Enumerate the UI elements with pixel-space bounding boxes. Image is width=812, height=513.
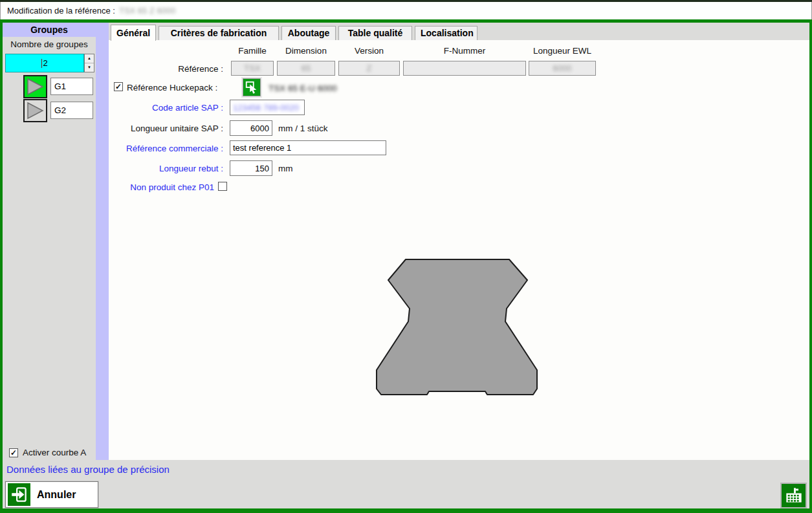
reference-dimension-field: 65: [277, 61, 335, 76]
tab-general[interactable]: Général: [111, 25, 156, 41]
groups-sidebar: Groupes Nombre de groupes 2 ▲ ▼ G1 G2: [3, 23, 96, 460]
non-produit-label: Non produit chez P01: [109, 182, 214, 192]
code-sap-field[interactable]: 123456 789-0020: [230, 100, 305, 115]
longueur-unitaire-field[interactable]: 6000: [230, 120, 272, 136]
group-count-value: 2: [43, 58, 47, 68]
header-dimension: Dimension: [277, 46, 335, 56]
header-version: Version: [338, 46, 400, 56]
footer-bar: Données liées au groupe de précision Ann…: [3, 460, 809, 508]
tab-table-qualite[interactable]: Table qualité: [338, 26, 412, 40]
title-bar: Modification de la référence : TSX 65 Z …: [0, 2, 812, 19]
activer-courbe-label: Activer courbe A: [23, 448, 86, 457]
huckepack-label: Référence Huckepack :: [127, 83, 224, 93]
header-longueur-ewl: Longueur EWL: [529, 46, 596, 56]
group-count-input[interactable]: 2: [5, 54, 84, 72]
tab-localisation[interactable]: Localisation: [415, 26, 477, 40]
group-count-spinner: ▲ ▼: [84, 54, 94, 72]
activer-courbe-checkbox[interactable]: ✓: [9, 448, 18, 457]
huckepack-value-redacted: TSX 65 E-U 6000: [269, 83, 398, 93]
longueur-rebut-label: Longueur rebut :: [109, 164, 223, 173]
group-g2-select-button[interactable]: [23, 99, 47, 122]
spinner-down-button[interactable]: ▼: [85, 63, 94, 72]
header-famille: Famille: [231, 46, 274, 56]
tab-criteres[interactable]: Critères de fabrication: [159, 26, 279, 40]
reference-fnummer-field: [403, 61, 526, 76]
factory-button[interactable]: [780, 483, 807, 508]
modification-reference-window: Modification de la référence : TSX 65 Z …: [0, 0, 812, 513]
cancel-button[interactable]: Annuler: [5, 481, 98, 508]
reference-version-field: Z: [338, 61, 400, 76]
non-produit-checkbox[interactable]: [218, 182, 227, 191]
group-g1-name-field[interactable]: G1: [50, 78, 93, 95]
play-arrow-icon: [26, 78, 45, 96]
code-sap-label: Code article SAP :: [109, 103, 223, 113]
window-title: Modification de la référence :: [7, 6, 115, 16]
longueur-rebut-unit: mm: [278, 164, 293, 173]
reference-commerciale-field[interactable]: test reference 1: [230, 140, 386, 155]
group-g2-name-field[interactable]: G2: [50, 102, 93, 119]
longueur-unitaire-label: Longueur unitaire SAP :: [109, 124, 223, 133]
tab-aboutage[interactable]: Aboutage: [281, 26, 336, 40]
exit-icon: [8, 483, 30, 506]
rail-profile-cross-section: [375, 256, 538, 399]
reference-famille-field: TSX: [231, 61, 274, 76]
huckepack-select-button[interactable]: [243, 78, 261, 96]
spinner-up-button[interactable]: ▲: [85, 54, 94, 63]
cancel-button-label: Annuler: [37, 489, 76, 501]
groups-header: Groupes: [3, 23, 96, 37]
longueur-unitaire-unit: mm / 1 stück: [278, 124, 328, 133]
play-arrow-icon: [26, 102, 45, 120]
group-count-label: Nombre de groupes: [3, 39, 96, 49]
longueur-rebut-field[interactable]: 150: [230, 160, 272, 176]
status-text: Données liées au groupe de précision: [6, 464, 170, 475]
sidebar-divider-strip: [96, 23, 109, 460]
reference-label: Référence :: [109, 64, 223, 74]
window-title-value-redacted: TSX 65 Z 6000: [119, 6, 175, 16]
huckepack-checkbox[interactable]: ✓: [114, 82, 123, 91]
select-reference-icon: [245, 80, 259, 94]
header-f-nummer: F-Nummer: [403, 46, 526, 56]
reference-ewl-field: 6000: [529, 61, 596, 76]
group-g1-select-button[interactable]: [23, 75, 47, 98]
factory-icon: [785, 486, 803, 505]
reference-commerciale-label: Référence commerciale :: [109, 144, 223, 153]
text-caret: [41, 59, 42, 68]
